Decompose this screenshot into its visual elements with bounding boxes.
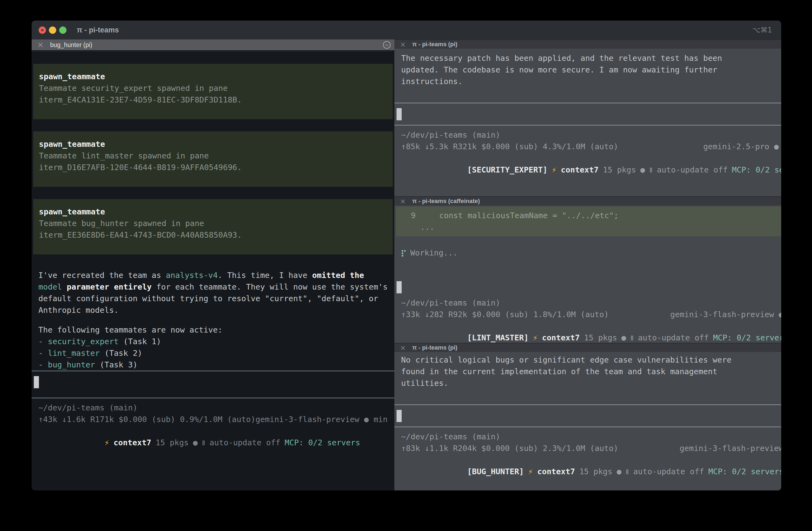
- agent-name-badge: [LINT_MASTER]: [467, 333, 528, 342]
- text-cursor: [396, 281, 402, 293]
- message-line: instructions.: [401, 76, 781, 87]
- status-bar: ~/dev/pi-teams (main) ↑83k ↓1.1k R204k $…: [401, 431, 781, 490]
- message-line: I've recreated the team as analysts-v4. …: [39, 270, 388, 281]
- minimize-window-button[interactable]: [49, 27, 56, 34]
- teammate-list-item: - lint_master (Task 2): [39, 347, 388, 359]
- spinner-icon: [401, 249, 407, 257]
- cwd-branch: ~/dev/pi-teams (main): [401, 297, 781, 309]
- status-bar: ~/dev/pi-teams (main) ↑43k ↓1.6k R171k $…: [39, 402, 388, 461]
- tab-label[interactable]: π - pi-teams (caffeinate): [412, 198, 480, 205]
- packages-count: 15 pkgs: [579, 467, 612, 476]
- message-line: The necessary patch has been applied, an…: [401, 53, 781, 64]
- auto-update-status: auto-update off: [638, 333, 709, 342]
- working-indicator: Working...: [401, 247, 781, 259]
- tool-call-block: spawn_teammate Teammate security_expert …: [33, 64, 393, 119]
- terminal-output-bug-hunter: spawn_teammate Teammate security_expert …: [32, 50, 394, 490]
- tabbar-bug-hunter[interactable]: × bug_hunter (pi) ⋯: [32, 40, 394, 50]
- message-line: model parameter entirely for each teamma…: [39, 281, 388, 293]
- agent-name-badge: [BUG_HUNTER]: [467, 467, 524, 476]
- token-stats: ↑83k ↓1.1k R204k $0.000 (sub) 2.3%/1.0M …: [401, 443, 618, 454]
- assistant-message: I've recreated the team as analysts-v4. …: [39, 270, 388, 316]
- code-line: 9 const maliciousTeamName = "../../etc";: [402, 210, 781, 221]
- lightning-icon: ⚡: [533, 333, 537, 342]
- dot-icon: ●: [640, 165, 645, 174]
- title-bar[interactable]: π - pi-teams ⌥⌘1: [32, 20, 781, 40]
- tools-status-row: [BUG_HUNTER]⚡context715 pkgs●Ⅱauto-updat…: [401, 454, 781, 490]
- input-separator: [394, 427, 781, 427]
- pause-icon: Ⅱ: [626, 468, 629, 476]
- agent-name-badge: [SECURITY_EXPERT]: [467, 165, 547, 174]
- tool-result-line: Teammate bug_hunter spawned in pane: [39, 218, 387, 229]
- code-ellipsis: ...: [402, 221, 781, 233]
- pane-bug-hunter: × bug_hunter (pi) ⋯ spawn_teammate Teamm…: [32, 40, 394, 490]
- split-view: × bug_hunter (pi) ⋯ spawn_teammate Teamm…: [32, 40, 781, 490]
- teammate-name: security_expert: [48, 337, 119, 346]
- dot-icon: ●: [617, 467, 621, 476]
- prompt-input[interactable]: [401, 103, 781, 125]
- tabbar-security-expert[interactable]: × π - pi-teams (pi) ⋯: [394, 40, 781, 49]
- tabbar-bug-hunter-right[interactable]: × π - pi-teams (pi) ⋯: [394, 343, 781, 352]
- prompt-input[interactable]: [401, 405, 781, 427]
- tool-call-block: spawn_teammate Teammate bug_hunter spawn…: [33, 199, 393, 255]
- tool-result-line: iterm_E4CA131E-23E7-4D59-81EC-3DF8DF3D11…: [39, 94, 387, 106]
- cwd-branch: ~/dev/pi-teams (main): [39, 402, 388, 414]
- close-window-button[interactable]: [39, 27, 46, 34]
- token-stats-row: ↑43k ↓1.6k R171k $0.000 (sub) 0.9%/1.0M …: [39, 414, 388, 425]
- teammate-name: bug_hunter: [48, 360, 95, 369]
- token-stats-row: ↑33k ↓282 R92k $0.000 (sub) 1.8%/1.0M (a…: [401, 309, 781, 320]
- model-name: gemini-3-flash-preview ● minim: [670, 309, 781, 320]
- tool-context7: context7: [537, 467, 575, 476]
- tools-status-row: [LINT_MASTER]⚡context715 pkgs●Ⅱauto-upda…: [401, 320, 781, 343]
- tab-label[interactable]: π - pi-teams (pi): [412, 344, 458, 351]
- lightning-icon: ⚡: [552, 165, 556, 174]
- terminal-output-bug-hunter-right: No critical logical bugs or significant …: [394, 352, 781, 490]
- tabbar-lint-master[interactable]: × π - pi-teams (caffeinate) ⋯: [394, 196, 781, 205]
- tools-status-row: [SECURITY_EXPERT]⚡context715 pkgs●Ⅱauto-…: [401, 153, 781, 188]
- window-title: π - pi-teams: [77, 26, 119, 34]
- prompt-input[interactable]: [39, 376, 388, 398]
- tool-result-line: Teammate lint_master spawned in pane: [39, 150, 387, 162]
- lightning-icon: ⚡: [528, 467, 533, 476]
- pane-security-expert: × π - pi-teams (pi) ⋯ The necessary patc…: [394, 40, 781, 196]
- mcp-status: MCP: 0/2 servers: [285, 438, 360, 447]
- close-tab-icon[interactable]: ×: [400, 41, 406, 48]
- prompt-input[interactable]: [401, 276, 781, 293]
- lightning-icon: ⚡: [104, 438, 109, 447]
- input-separator: [32, 371, 394, 371]
- status-bar: ~/dev/pi-teams (main) ↑33k ↓282 R92k $0.…: [401, 297, 781, 343]
- packages-count: 15 pkgs: [584, 333, 617, 342]
- token-stats-row: ↑83k ↓1.1k R204k $0.000 (sub) 2.3%/1.0M …: [401, 443, 781, 454]
- cwd-branch: ~/dev/pi-teams (main): [401, 129, 781, 141]
- message-line: Anthropic models.: [39, 304, 388, 316]
- mcp-status: MCP: 0/2 servers: [713, 333, 781, 342]
- status-bar: ~/dev/pi-teams (main) ↑85k ↓5.3k R321k $…: [401, 129, 781, 188]
- auto-update-status: auto-update off: [209, 438, 280, 447]
- working-label: Working...: [410, 247, 458, 259]
- tab-label-bug-hunter[interactable]: bug_hunter (pi): [50, 41, 92, 49]
- right-pane-stack: × π - pi-teams (pi) ⋯ The necessary patc…: [394, 40, 781, 490]
- prompt-and-status: ~/dev/pi-teams (main) ↑43k ↓1.6k R171k $…: [39, 371, 388, 490]
- tool-name: spawn_teammate: [39, 71, 387, 83]
- packages-count: 15 pkgs: [156, 438, 189, 447]
- inline-code: analysts-v4: [166, 271, 218, 280]
- pane-bug-hunter-right: × π - pi-teams (pi) ⋯ No critical logica…: [394, 343, 781, 490]
- input-separator: [32, 398, 394, 398]
- pane-menu-icon[interactable]: ⋯: [383, 41, 391, 49]
- close-tab-icon[interactable]: ×: [400, 198, 406, 205]
- message-line: utilities.: [401, 377, 781, 389]
- terminal-output-lint-master: 9 const maliciousTeamName = "../../etc";…: [394, 205, 781, 343]
- close-tab-icon[interactable]: ×: [37, 41, 44, 49]
- close-tab-icon[interactable]: ×: [400, 344, 406, 351]
- dot-icon: ●: [193, 438, 198, 447]
- message-line: default configuration without trying to …: [39, 293, 388, 304]
- tab-label[interactable]: π - pi-teams (pi): [412, 41, 458, 48]
- message-line: No critical logical bugs or significant …: [401, 354, 781, 366]
- message-line: found in the current implementation of t…: [401, 366, 781, 377]
- model-name: gemini-3-flash-preview ● min: [256, 414, 388, 425]
- text-cursor: [34, 376, 39, 388]
- tool-context7: context7: [114, 438, 151, 447]
- pause-icon: Ⅱ: [649, 167, 653, 174]
- zoom-window-button[interactable]: [59, 27, 67, 34]
- packages-count: 15 pkgs: [603, 165, 636, 174]
- token-stats: ↑85k ↓5.3k R321k $0.000 (sub) 4.3%/1.0M …: [401, 141, 618, 153]
